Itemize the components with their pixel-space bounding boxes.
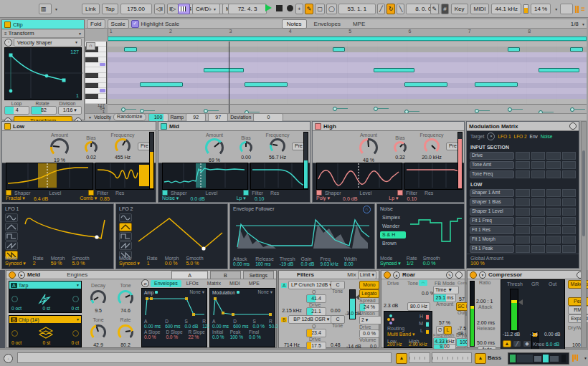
chevron-down-icon[interactable]: ▼: [554, 7, 558, 11]
fold-button[interactable]: Fold: [87, 19, 105, 29]
tab-settings[interactable]: Settings: [243, 271, 274, 279]
matrix-cell[interactable]: [516, 226, 530, 234]
filter-type-select[interactable]: Lp ▾: [389, 196, 398, 201]
noise-option[interactable]: S & H: [380, 231, 406, 239]
scale-root-field[interactable]: C#/D♭▼: [192, 4, 220, 14]
listen-mode-icon[interactable]: ◆: [523, 340, 531, 347]
arrangement-position-field[interactable]: 72. 4. 3: [228, 4, 267, 14]
device-on-toggle[interactable]: [384, 271, 391, 279]
env-param-value[interactable]: 100 %: [230, 334, 243, 339]
shaper-chip[interactable]: [316, 190, 322, 196]
clip-overview-large[interactable]: [432, 352, 472, 363]
lfo1-waveform-display[interactable]: [21, 213, 111, 253]
transform-mode-icon[interactable]: ◔: [4, 39, 12, 47]
show-hide-chains-icon[interactable]: ◦: [4, 354, 13, 363]
device-chain-minimap[interactable]: [508, 352, 569, 365]
drive-value[interactable]: 2.3 dB: [384, 303, 398, 308]
follow-button[interactable]: ◯: [326, 4, 337, 14]
filter-b-volume-value[interactable]: -14 dB: [346, 344, 361, 349]
velocity-marker[interactable]: [570, 107, 574, 112]
limit-button[interactable]: Limit ▾: [358, 271, 376, 279]
lfo2-morph[interactable]: 0.0 %: [165, 261, 179, 266]
env-param-value[interactable]: 0.00 ms: [144, 324, 161, 329]
matrix-cell[interactable]: [516, 198, 530, 206]
timeline-bar-label[interactable]: 8: [528, 29, 531, 34]
midi-note[interactable]: [475, 82, 518, 87]
matrix-cell[interactable]: [516, 170, 530, 178]
shaper-chip[interactable]: [6, 190, 11, 196]
env-param-value[interactable]: 600 ms: [233, 324, 248, 329]
engine-b-ct[interactable]: 0 ct: [72, 340, 79, 345]
link-envelopes-icon[interactable]: ⇄: [141, 279, 149, 287]
saw-up-wave-icon[interactable]: [5, 241, 18, 250]
filter-display[interactable]: [95, 163, 154, 190]
lfo2-mode[interactable]: Synced ▾: [119, 261, 140, 266]
subtab-mpe[interactable]: MPE: [245, 280, 263, 287]
triangle-wave-icon[interactable]: [5, 223, 18, 231]
matrix-cell[interactable]: [516, 152, 530, 160]
envf-param-value[interactable]: 100 ms: [255, 261, 274, 266]
loop-start-field[interactable]: 53. 1. 1: [338, 4, 376, 14]
piano-key[interactable]: [85, 57, 106, 62]
level-value[interactable]: 6.4 dB: [34, 196, 48, 201]
piano-key[interactable]: [85, 52, 106, 57]
level-value[interactable]: 0.0 dB: [343, 196, 357, 201]
matrix-cell[interactable]: [562, 208, 577, 216]
filter-type-select[interactable]: Lp ▾: [237, 196, 246, 201]
matrix-cell[interactable]: [531, 245, 546, 253]
midi-note[interactable]: [404, 82, 447, 87]
env-param-value[interactable]: 22 %: [189, 334, 205, 339]
matrix-target-button[interactable]: Flt 1 Peak: [470, 245, 514, 253]
frequency-value[interactable]: 455 Hz: [115, 155, 131, 160]
nudge-down-button[interactable]: ◁‖: [154, 4, 165, 14]
matrix-cell[interactable]: [546, 208, 561, 216]
lfo1-mode[interactable]: Synced ▾: [5, 261, 26, 266]
saw-up-wave-icon[interactable]: [119, 241, 132, 250]
matrix-cell[interactable]: [546, 245, 561, 253]
noise-option[interactable]: Brown: [380, 240, 406, 247]
grid-size-select[interactable]: 1/8 ▼: [571, 21, 585, 27]
amount-knob[interactable]: [359, 138, 378, 157]
engine-a-knob1[interactable]: [90, 290, 106, 306]
transform-preset-select[interactable]: Velocity Shaper▼: [14, 38, 82, 47]
midi-note[interactable]: [508, 47, 520, 52]
edit-icon[interactable]: ✎: [446, 271, 453, 279]
engine-a-knob2[interactable]: [118, 290, 133, 306]
matrix-cell[interactable]: [546, 152, 561, 160]
matrix-cell[interactable]: [516, 236, 530, 244]
env-param-value[interactable]: 0.0 %: [212, 334, 224, 339]
amount-knob[interactable]: [50, 138, 69, 157]
engine-b-select[interactable]: Chip (1#): [19, 317, 75, 322]
res-value[interactable]: 0.85: [100, 196, 110, 201]
filter-a-type-select[interactable]: LP Crunch 12dB ▾: [288, 281, 334, 289]
pen-tablet-button[interactable]: ✎: [430, 4, 440, 14]
matrix-cell[interactable]: [531, 198, 546, 206]
randomize-button[interactable]: Randomize: [113, 113, 146, 121]
shaper-display[interactable]: [316, 163, 402, 190]
lfo2-waveform-display[interactable]: [135, 213, 225, 253]
filter-a-tone-value[interactable]: 0.00: [331, 308, 341, 313]
timeline-bar-label[interactable]: 7: [468, 29, 471, 34]
clip-title-bar[interactable]: Clip: [2, 20, 84, 29]
engine-b-left-mod-icon[interactable]: [11, 330, 18, 337]
bias-knob[interactable]: [85, 141, 98, 154]
matrix-cell[interactable]: [562, 152, 577, 160]
grid-row[interactable]: [108, 57, 587, 62]
note-grid[interactable]: [108, 42, 587, 104]
filter-chip[interactable]: [243, 190, 249, 196]
timeline-bar-label[interactable]: 6: [409, 29, 412, 34]
subtab-matrix[interactable]: Matrix: [204, 280, 224, 287]
xover-high-value[interactable]: 2.00 kHz: [409, 342, 427, 347]
shaper-type-select[interactable]: Fractal ▾: [6, 196, 25, 201]
filter-type-select[interactable]: Comb ▾: [80, 196, 97, 201]
matrix-cell[interactable]: [546, 226, 561, 234]
tab-envelopes[interactable]: Envelopes: [309, 19, 346, 29]
bias-value[interactable]: 0.32: [395, 155, 405, 160]
global-amount-value[interactable]: 100 %: [470, 261, 575, 266]
matrix-cell[interactable]: [546, 170, 561, 178]
matrix-target-button[interactable]: Flt 1 Freq: [470, 217, 514, 225]
subtab-midi[interactable]: MIDI: [226, 280, 244, 287]
xover-low-value[interactable]: 200 Hz: [387, 342, 402, 347]
band-color-chip[interactable]: [315, 123, 321, 130]
vertical-scrollbar[interactable]: [581, 121, 587, 348]
